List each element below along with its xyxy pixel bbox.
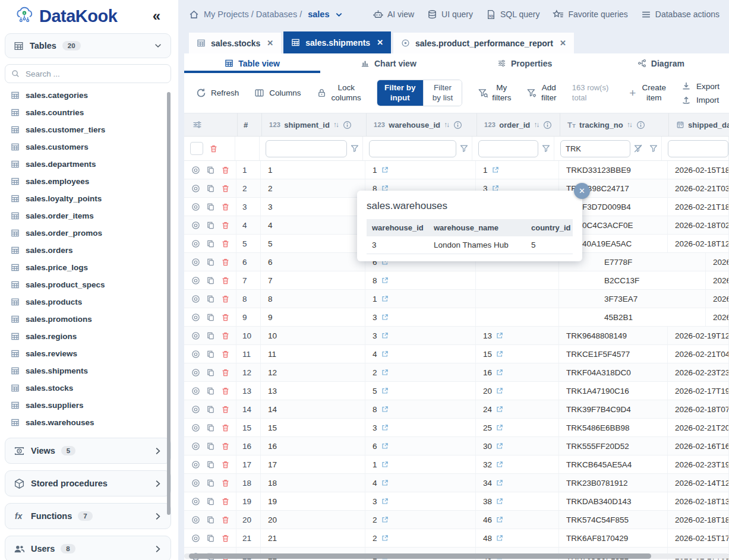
- external-link-icon[interactable]: [381, 516, 389, 523]
- tables-section-header[interactable]: Tables 20: [5, 33, 171, 58]
- export-button[interactable]: Export: [681, 81, 719, 91]
- breadcrumb-current[interactable]: sales: [308, 10, 329, 19]
- view-row-icon[interactable]: [191, 239, 200, 248]
- sidebar-table-item[interactable]: sales.departments: [0, 156, 178, 173]
- external-link-icon[interactable]: [381, 369, 389, 376]
- filter-input-order_id[interactable]: [478, 140, 538, 157]
- sidebar-table-item[interactable]: sales.order_promos: [0, 224, 178, 242]
- delete-row-icon[interactable]: [221, 423, 230, 432]
- sort-icon[interactable]: ↑↓: [333, 121, 339, 129]
- delete-row-icon[interactable]: [221, 313, 230, 322]
- funnel-icon[interactable]: [541, 144, 551, 153]
- delete-row-icon[interactable]: [221, 515, 230, 524]
- copy-row-icon[interactable]: [206, 258, 215, 267]
- column-settings-header[interactable]: [184, 113, 238, 136]
- import-button[interactable]: Import: [681, 95, 719, 105]
- view-row-icon[interactable]: [191, 184, 200, 193]
- delete-row-icon[interactable]: [221, 166, 230, 175]
- popup-close-button[interactable]: ✕: [574, 183, 590, 199]
- delete-row-icon[interactable]: [221, 387, 230, 396]
- view-tab-chart-view[interactable]: Chart view: [320, 53, 456, 73]
- sidebar-table-item[interactable]: sales.warehouses: [0, 414, 178, 431]
- delete-row-icon[interactable]: [221, 221, 230, 230]
- delete-row-icon[interactable]: [221, 350, 230, 359]
- external-link-icon[interactable]: [381, 479, 389, 486]
- delete-row-icon[interactable]: [221, 479, 230, 488]
- sort-icon[interactable]: ↑↓: [444, 121, 450, 129]
- filter-input-shipped_date[interactable]: [668, 140, 728, 157]
- sort-icon[interactable]: ↑↓: [627, 121, 633, 129]
- external-link-icon[interactable]: [381, 534, 389, 542]
- external-link-icon[interactable]: [381, 166, 389, 173]
- home-icon[interactable]: [189, 10, 199, 20]
- view-row-icon[interactable]: [191, 258, 200, 267]
- sidebar-section-users[interactable]: Users 8: [5, 536, 171, 560]
- tab-close-icon[interactable]: ✕: [560, 39, 566, 48]
- my-filters-button[interactable]: My filters: [478, 83, 511, 103]
- external-link-icon[interactable]: [496, 406, 503, 413]
- view-row-icon[interactable]: [191, 442, 200, 451]
- filter-input-warehouse_id[interactable]: [369, 140, 456, 157]
- external-link-icon[interactable]: [496, 534, 503, 542]
- info-icon[interactable]: [543, 121, 552, 129]
- view-row-icon[interactable]: [191, 276, 200, 285]
- sidebar-scrollbar[interactable]: [167, 92, 171, 515]
- external-link-icon[interactable]: [496, 479, 503, 486]
- sidebar-table-item[interactable]: sales.categories: [0, 87, 178, 104]
- tab-sales.stocks[interactable]: sales.stocks ✕: [189, 33, 281, 53]
- view-row-icon[interactable]: [191, 166, 200, 175]
- external-link-icon[interactable]: [496, 424, 503, 431]
- external-link-icon[interactable]: [381, 406, 389, 413]
- view-row-icon[interactable]: [191, 497, 200, 506]
- delete-row-icon[interactable]: [221, 405, 230, 414]
- tab-sales.shipments[interactable]: sales.shipments ✕: [283, 31, 391, 53]
- filter-by-list-button[interactable]: Filter by list: [423, 80, 462, 106]
- copy-row-icon[interactable]: [206, 239, 215, 248]
- select-all-checkbox[interactable]: [190, 142, 203, 155]
- lock-columns-button[interactable]: Lock columns: [317, 83, 361, 103]
- delete-row-icon[interactable]: [221, 442, 230, 451]
- external-link-icon[interactable]: [496, 350, 503, 357]
- sidebar-table-item[interactable]: sales.countries: [0, 104, 178, 121]
- delete-row-icon[interactable]: [221, 258, 230, 267]
- copy-row-icon[interactable]: [206, 479, 215, 488]
- sidebar-table-item[interactable]: sales.product_specs: [0, 276, 178, 293]
- column-header-tracking_no[interactable]: TTtracking_no ↑↓: [560, 113, 669, 136]
- info-icon[interactable]: [343, 121, 352, 129]
- copy-row-icon[interactable]: [206, 497, 215, 506]
- info-icon[interactable]: [453, 121, 462, 129]
- column-header-shipped_date[interactable]: shipped_date ↑↓: [669, 113, 729, 136]
- tab-sales.product_performance_report[interactable]: sales.product_performance_report ✕: [393, 33, 574, 53]
- view-row-icon[interactable]: [191, 350, 200, 359]
- copy-row-icon[interactable]: [206, 423, 215, 432]
- view-row-icon[interactable]: [191, 221, 200, 230]
- external-link-icon[interactable]: [496, 369, 503, 376]
- topbar-action-favorite-queries[interactable]: Favorite queries: [553, 10, 627, 20]
- delete-row-icon[interactable]: [221, 460, 230, 469]
- topbar-action-sql-query[interactable]: SQLSQL query: [486, 10, 539, 20]
- sidebar-table-item[interactable]: sales.regions: [0, 328, 178, 345]
- view-row-icon[interactable]: [191, 331, 200, 340]
- view-row-icon[interactable]: [191, 423, 200, 432]
- view-row-icon[interactable]: [191, 203, 200, 211]
- sidebar-section-views[interactable]: Views 5: [5, 438, 171, 464]
- column-header-shipment_id[interactable]: 123shipment_id ↑↓: [262, 113, 367, 136]
- sidebar-table-item[interactable]: sales.order_items: [0, 207, 178, 224]
- clear-filter-icon[interactable]: [633, 144, 643, 153]
- external-link-icon[interactable]: [381, 332, 389, 339]
- copy-row-icon[interactable]: [206, 442, 215, 451]
- copy-row-icon[interactable]: [206, 460, 215, 469]
- copy-row-icon[interactable]: [206, 313, 215, 322]
- view-row-icon[interactable]: [191, 515, 200, 524]
- external-link-icon[interactable]: [381, 442, 389, 450]
- delete-row-icon[interactable]: [221, 295, 230, 303]
- column-header-warehouse_id[interactable]: 123warehouse_id ↑↓: [367, 113, 477, 136]
- column-header-order_id[interactable]: 123order_id ↑↓: [477, 113, 560, 136]
- external-link-icon[interactable]: [381, 350, 389, 357]
- copy-row-icon[interactable]: [206, 166, 215, 175]
- copy-row-icon[interactable]: [206, 350, 215, 359]
- view-tab-properties[interactable]: Properties: [457, 53, 593, 73]
- copy-row-icon[interactable]: [206, 515, 215, 524]
- delete-row-icon[interactable]: [221, 497, 230, 506]
- sidebar-table-item[interactable]: sales.price_logs: [0, 259, 178, 276]
